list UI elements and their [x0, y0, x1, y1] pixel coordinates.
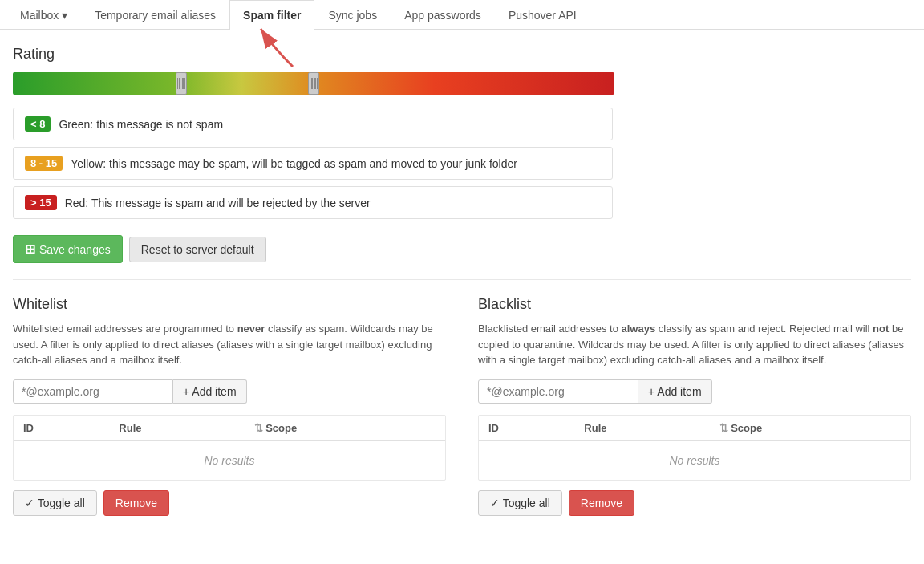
blacklist-no-results: No results	[479, 440, 910, 480]
whitelist-input[interactable]	[13, 379, 173, 404]
blacklist-table: ID Rule ⇅ Scope No results	[479, 416, 910, 480]
blacklist-remove-button[interactable]: Remove	[569, 490, 634, 516]
reset-default-button[interactable]: Reset to server default	[129, 237, 266, 262]
whitelist-col-scope-sort[interactable]: ⇅ Scope	[245, 416, 445, 441]
legend-green: < 8 Green: this message is not spam	[13, 108, 613, 140]
whitelist-add-row: + Add item	[13, 379, 446, 404]
blacklist-col-rule[interactable]: Rule	[574, 416, 709, 441]
blacklist-col-id[interactable]: ID	[479, 416, 574, 441]
blacklist-desc-part1: Blacklisted email addresses to	[478, 323, 621, 335]
blacklist-add-row: + Add item	[478, 379, 911, 404]
blacklist-bottom-row: ✓ Toggle all Remove	[478, 490, 911, 516]
whitelist-section: Whitelist Whitelisted email addresses ar…	[13, 296, 446, 516]
blacklist-title: Blacklist	[478, 296, 911, 313]
legend-yellow-text: Yellow: this message may be spam, will b…	[71, 157, 517, 170]
rating-title: Rating	[13, 46, 911, 63]
whitelist-no-results: No results	[14, 440, 445, 480]
save-changes-label: Save changes	[39, 243, 111, 256]
legend-red-text: Red: This message is spam and will be re…	[65, 197, 371, 209]
badge-green: < 8	[25, 116, 51, 132]
tab-mailbox[interactable]: Mailbox	[6, 0, 81, 30]
tab-sync-jobs[interactable]: Sync jobs	[314, 0, 391, 30]
blacklist-section: Blacklist Blacklisted email addresses to…	[478, 296, 911, 516]
blacklist-add-button[interactable]: + Add item	[638, 379, 712, 404]
legend-green-text: Green: this message is not spam	[59, 118, 223, 131]
blacklist-toggle-all-button[interactable]: ✓ Toggle all	[478, 490, 562, 516]
whitelist-title: Whitelist	[13, 296, 446, 313]
rating-handle-high[interactable]	[308, 72, 319, 95]
whitelist-remove-label: Remove	[116, 497, 157, 509]
save-icon: ⊞	[25, 241, 35, 257]
tab-pushover-api[interactable]: Pushover API	[495, 0, 590, 30]
whitelist-description: Whitelisted email addresses are programm…	[13, 321, 446, 368]
reset-default-label: Reset to server default	[141, 243, 254, 256]
whitelist-table-area: ID Rule ⇅ Scope No results	[13, 415, 446, 481]
blacklist-description: Blacklisted email addresses to always cl…	[478, 321, 911, 368]
tab-temporary-email-aliases[interactable]: Temporary email aliases	[81, 0, 229, 30]
section-divider	[13, 279, 911, 280]
whitelist-toggle-label: ✓ Toggle all	[25, 497, 85, 509]
whitelist-add-label: + Add item	[183, 385, 237, 398]
blacklist-col-scope-sort[interactable]: ⇅ Scope	[710, 416, 910, 441]
whitelist-col-scope: Scope	[265, 422, 297, 434]
blacklist-remove-label: Remove	[581, 497, 622, 509]
blacklist-desc-not: not	[873, 323, 889, 335]
save-changes-button[interactable]: ⊞ Save changes	[13, 235, 123, 263]
blacklist-desc-part2: classify as spam and reject. Rejected ma…	[655, 323, 873, 335]
whitelist-desc-part1: Whitelisted email addresses are programm…	[13, 323, 237, 335]
blacklist-add-label: + Add item	[648, 385, 702, 398]
whitelist-col-id[interactable]: ID	[14, 416, 109, 441]
rating-handle-low[interactable]	[176, 72, 187, 95]
whitelist-bottom-row: ✓ Toggle all Remove	[13, 490, 446, 516]
tab-bar: Mailbox Temporary email aliases Spam fil…	[0, 0, 924, 30]
whitelist-add-button[interactable]: + Add item	[173, 379, 247, 404]
scope-sort-icon: ⇅	[254, 422, 263, 434]
legend-red: > 15 Red: This message is spam and will …	[13, 186, 613, 219]
rating-section: Rating < 8 Green: this message is not sp…	[13, 46, 911, 219]
whitelist-col-rule[interactable]: Rule	[109, 416, 244, 441]
rating-bar-container	[13, 72, 614, 95]
legend-yellow: 8 - 15 Yellow: this message may be spam,…	[13, 147, 613, 180]
blacklist-col-scope: Scope	[731, 422, 762, 434]
whitelist-desc-never: never	[237, 323, 265, 335]
blacklist-desc-always: always	[621, 323, 655, 335]
blacklist-toggle-label: ✓ Toggle all	[490, 497, 550, 509]
whitelist-toggle-all-button[interactable]: ✓ Toggle all	[13, 490, 97, 516]
whitelist-table: ID Rule ⇅ Scope No results	[14, 416, 445, 480]
whitelist-remove-button[interactable]: Remove	[103, 490, 169, 516]
blacklist-scope-sort-icon: ⇅	[719, 422, 728, 434]
tab-app-passwords[interactable]: App passwords	[391, 0, 495, 30]
tab-spam-filter[interactable]: Spam filter	[229, 0, 314, 30]
lists-section: Whitelist Whitelisted email addresses ar…	[13, 296, 911, 516]
blacklist-input[interactable]	[478, 379, 638, 404]
blacklist-table-area: ID Rule ⇅ Scope No results	[478, 415, 911, 481]
badge-yellow: 8 - 15	[25, 156, 63, 171]
badge-red: > 15	[25, 195, 57, 210]
action-buttons: ⊞ Save changes Reset to server default	[13, 235, 911, 263]
